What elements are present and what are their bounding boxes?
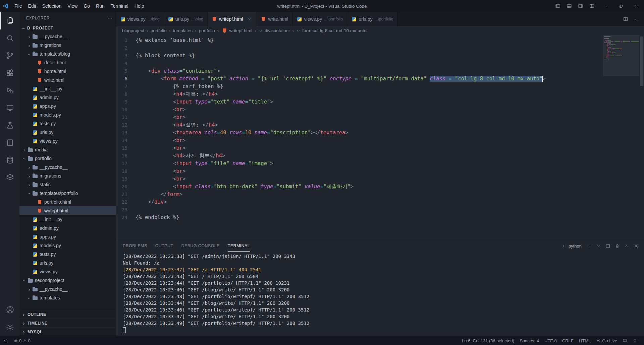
panel-tab-debug-console[interactable]: DEBUG CONSOLE bbox=[181, 240, 219, 252]
panel-tab-output[interactable]: OUTPUT bbox=[155, 240, 173, 252]
account-icon[interactable] bbox=[0, 301, 19, 319]
project-root[interactable]: › D_PROJECT bbox=[19, 24, 116, 32]
tree-item-tests-py[interactable]: tests.py bbox=[19, 119, 116, 128]
tab-urls-py[interactable]: urls.py...\portfolio bbox=[347, 12, 397, 26]
tree-item-write-html[interactable]: write.html bbox=[19, 76, 116, 84]
tree-item-portfolio[interactable]: ›portfolio bbox=[19, 154, 116, 163]
tree-item-portfolio-html[interactable]: portfolio.html bbox=[19, 198, 116, 206]
menu-run[interactable]: Run bbox=[93, 2, 108, 10]
problems-status[interactable]: ⊗ 0 ⚠ 0 bbox=[11, 336, 33, 345]
breadcrumb-item-templates[interactable]: ›templates bbox=[167, 28, 193, 33]
menu-view[interactable]: View bbox=[64, 2, 80, 10]
tree-item-media[interactable]: ›media bbox=[19, 145, 116, 154]
minimize-button[interactable] bbox=[598, 0, 613, 12]
tree-item-urls-py[interactable]: urls.py bbox=[19, 259, 116, 267]
panel-tab-problems[interactable]: PROBLEMS bbox=[123, 240, 147, 252]
source-control-icon[interactable] bbox=[0, 47, 19, 64]
settings-gear-icon[interactable] bbox=[0, 319, 19, 336]
tree-item-init-py[interactable]: __init__.py bbox=[19, 84, 116, 93]
layout-sidebar-right-icon[interactable] bbox=[575, 0, 586, 12]
tree-item-writepf-html[interactable]: writepf.html bbox=[19, 206, 116, 215]
breadcrumb-item-portfolio[interactable]: ›portfolio bbox=[144, 28, 167, 33]
status-go-live[interactable]: Go Live bbox=[593, 336, 620, 345]
tree-item-models-py[interactable]: models.py bbox=[19, 111, 116, 119]
menu-selection[interactable]: Selection bbox=[39, 2, 65, 10]
tree-item-migrations[interactable]: ›migrations bbox=[19, 171, 116, 180]
testing-icon[interactable] bbox=[0, 117, 19, 134]
code-editor[interactable]: 1{% extends 'base.html' %}23{% block con… bbox=[116, 35, 644, 240]
status-cursor-position[interactable]: Ln 6, Col 131 (36 selected) bbox=[459, 336, 517, 345]
menu-terminal[interactable]: Terminal bbox=[108, 2, 131, 10]
database-icon[interactable] bbox=[0, 151, 19, 169]
tree-item-pycache[interactable]: ›__pycache__ bbox=[19, 285, 116, 293]
panel-tab-terminal[interactable]: TERMINAL bbox=[228, 240, 250, 252]
tree-item-admin-py[interactable]: admin.py bbox=[19, 224, 116, 232]
remote-explorer-icon[interactable] bbox=[0, 99, 19, 117]
tree-item-templates-portfolio[interactable]: ›templates\portfolio bbox=[19, 189, 116, 198]
tree-item-init-py[interactable]: __init__.py bbox=[19, 215, 116, 224]
tab-writepf-html[interactable]: writepf.html bbox=[208, 12, 257, 26]
tree-item-views-py[interactable]: views.py bbox=[19, 137, 116, 145]
tree-item-views-py[interactable]: views.py bbox=[19, 267, 116, 276]
breadcrumb-item-portfolio[interactable]: ›portfolio bbox=[193, 28, 215, 33]
tree-item-pycache[interactable]: ›__pycache__ bbox=[19, 32, 116, 41]
tree-item-apps-py[interactable]: apps.py bbox=[19, 102, 116, 111]
tree-item-static[interactable]: ›static bbox=[19, 180, 116, 189]
status-language-mode[interactable]: HTML bbox=[576, 336, 593, 345]
tree-item-apps-py[interactable]: apps.py bbox=[19, 232, 116, 241]
explorer-icon[interactable] bbox=[0, 12, 19, 29]
close-icon[interactable] bbox=[631, 241, 641, 251]
menu-file[interactable]: File bbox=[11, 2, 25, 10]
status-eol[interactable]: CRLF bbox=[559, 336, 576, 345]
section-timeline[interactable]: ›TIMELINE bbox=[19, 319, 116, 327]
remote-indicator-icon[interactable] bbox=[0, 336, 11, 345]
menu-go[interactable]: Go bbox=[80, 2, 93, 10]
close-window-button[interactable] bbox=[629, 0, 644, 12]
more-actions-button[interactable] bbox=[631, 14, 641, 24]
tree-item-migrations[interactable]: ›migrations bbox=[19, 41, 116, 50]
minimap[interactable] bbox=[604, 37, 639, 61]
layout-customize-icon[interactable] bbox=[586, 0, 598, 12]
menu-edit[interactable]: Edit bbox=[25, 2, 39, 10]
tab-urls-py[interactable]: urls.py...\blog bbox=[164, 12, 208, 26]
tree-item-detail-html[interactable]: detail.html bbox=[19, 58, 116, 67]
tree-item-templates-blog[interactable]: ›templates\blog bbox=[19, 50, 116, 58]
chevron-up-icon[interactable] bbox=[622, 241, 631, 251]
tree-item-models-py[interactable]: models.py bbox=[19, 241, 116, 250]
run-debug-icon[interactable] bbox=[0, 82, 19, 99]
layers-icon[interactable] bbox=[0, 169, 19, 186]
plus-icon[interactable] bbox=[584, 241, 594, 251]
shell-selector[interactable]: python bbox=[562, 244, 582, 249]
breadcrumb-item-blogproject[interactable]: blogproject bbox=[122, 28, 144, 33]
status-notifications[interactable] bbox=[630, 336, 640, 345]
section-mysql[interactable]: ›MYSQL bbox=[19, 327, 116, 336]
maximize-button[interactable] bbox=[613, 0, 629, 12]
tab-views-py[interactable]: views.py...\blog bbox=[116, 12, 164, 26]
status-encoding[interactable]: UTF-8 bbox=[542, 336, 559, 345]
tree-item-admin-py[interactable]: admin.py bbox=[19, 93, 116, 102]
tab-write-html[interactable]: write.html bbox=[257, 12, 293, 26]
status-screencast[interactable] bbox=[620, 336, 630, 345]
editor-scrollbar[interactable] bbox=[640, 37, 643, 86]
chevron-down-icon[interactable] bbox=[594, 241, 603, 251]
breadcrumb-item-form-col-lg-8-col-md-10-mx-auto[interactable]: ›form.col-lg-8.col-md-10.mx-auto bbox=[290, 28, 367, 33]
breadcrumb-item-div-container[interactable]: ›div.container bbox=[252, 28, 290, 33]
split-editor-button[interactable] bbox=[621, 14, 631, 24]
notebook-icon[interactable] bbox=[0, 134, 19, 151]
tree-item-secondproject[interactable]: ›secondproject bbox=[19, 276, 116, 285]
layout-sidebar-left-icon[interactable] bbox=[552, 0, 564, 12]
layout-panel-icon[interactable] bbox=[564, 0, 575, 12]
tree-item-pycache[interactable]: ›__pycache__ bbox=[19, 163, 116, 171]
menu-help[interactable]: Help bbox=[131, 2, 147, 10]
close-tab-icon[interactable] bbox=[247, 16, 253, 22]
tree-item-templates[interactable]: ›templates bbox=[19, 293, 116, 302]
search-icon[interactable] bbox=[0, 29, 19, 47]
breadcrumb-item-writepf-html[interactable]: ›writepf.html bbox=[215, 28, 253, 33]
status-indentation[interactable]: Spaces: 4 bbox=[517, 336, 542, 345]
split-icon[interactable] bbox=[603, 241, 612, 251]
explorer-actions-icon[interactable]: ··· bbox=[108, 16, 112, 20]
section-outline[interactable]: ›OUTLINE bbox=[19, 310, 116, 319]
terminal-output[interactable]: [28/Dec/2022 10:23:33] "GET /admin/jsi18… bbox=[116, 252, 644, 336]
extensions-icon[interactable] bbox=[0, 64, 19, 82]
tree-item-urls-py[interactable]: urls.py bbox=[19, 128, 116, 137]
